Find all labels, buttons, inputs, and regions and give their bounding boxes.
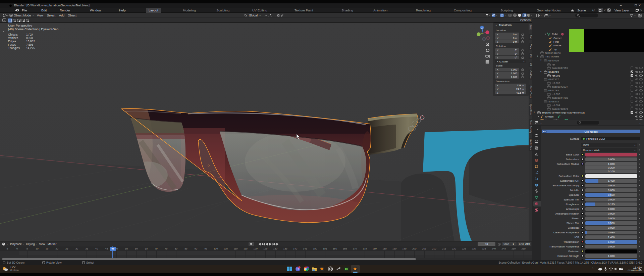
svg-text:Pt: Pt bbox=[345, 268, 348, 271]
svg-text:Z: Z bbox=[481, 27, 483, 29]
